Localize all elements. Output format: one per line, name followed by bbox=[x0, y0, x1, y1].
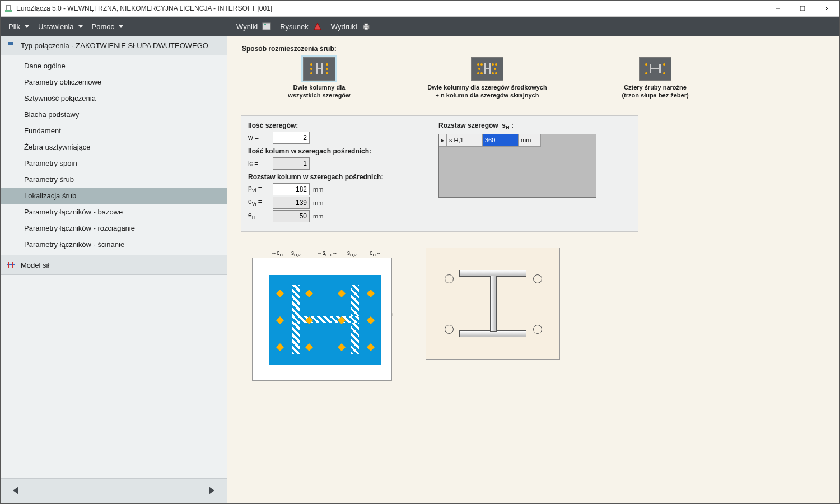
grid-row-label: s H,1 bbox=[447, 134, 483, 147]
spacing-label: Rozstaw kolumn w szeregach pośrednich: bbox=[248, 173, 427, 181]
sidebar-list: Dane ogólne Parametry obliczeniowe Sztyw… bbox=[1, 55, 227, 255]
grid-header: Rozstaw szeregów sH : bbox=[438, 122, 631, 130]
svg-rect-19 bbox=[8, 262, 9, 268]
svg-marker-21 bbox=[13, 487, 18, 494]
sidebar-item-laczniki-bazowe[interactable]: Parametry łączników - bazowe bbox=[1, 204, 227, 220]
dim-sh2-left: sH,2 bbox=[291, 250, 301, 258]
sidebar-footer bbox=[1, 478, 227, 503]
minimize-button[interactable] bbox=[766, 1, 790, 16]
chevron-down-icon bbox=[25, 25, 29, 28]
svg-point-28 bbox=[310, 68, 312, 70]
option-caption-1: Dwie kolumny dla wszystkich szeregów bbox=[288, 84, 350, 100]
svg-marker-22 bbox=[209, 487, 214, 494]
drawing-icon bbox=[313, 22, 322, 31]
sidebar-item-dane-ogolne[interactable]: Dane ogólne bbox=[1, 58, 227, 74]
spacing-grid[interactable]: ▸ s H,1 360 mm bbox=[438, 134, 596, 198]
svg-rect-10 bbox=[264, 26, 269, 26]
option-tile-1 bbox=[303, 57, 335, 81]
content-pane: Sposób rozmieszczenia śrub: Dwie kolumny… bbox=[227, 36, 839, 503]
close-button[interactable] bbox=[815, 1, 839, 16]
svg-rect-34 bbox=[484, 68, 491, 69]
diagram-cross-section bbox=[426, 248, 560, 360]
svg-rect-25 bbox=[316, 68, 323, 69]
sidebar-section-model-sil[interactable]: Model sił bbox=[1, 255, 227, 275]
sidebar-header[interactable]: Typ połączenia - ZAKOTWIENIE SŁUPA DWUTE… bbox=[1, 36, 227, 55]
window-buttons bbox=[766, 1, 839, 16]
svg-point-43 bbox=[492, 72, 494, 74]
menubar: Plik Ustawienia Pomoc Wyniki Rysunek Wyd… bbox=[1, 17, 839, 36]
svg-marker-12 bbox=[314, 23, 321, 30]
svg-point-35 bbox=[477, 63, 479, 66]
maximize-button[interactable] bbox=[790, 1, 815, 16]
svg-point-42 bbox=[480, 72, 483, 74]
dim-sh2-right: sH,2 bbox=[347, 250, 357, 258]
pvi-input[interactable] bbox=[273, 183, 310, 195]
option-caption-2: Dwie kolumny dla szeregów środkowych + n… bbox=[427, 84, 547, 100]
sidebar-item-sruby[interactable]: Parametry śrub bbox=[1, 171, 227, 188]
sidebar-item-laczniki-rozciaganie[interactable]: Parametry łączników - rozciąganie bbox=[1, 220, 227, 236]
toolbar-rysunek[interactable]: Rysunek bbox=[276, 17, 326, 36]
menu-ustawienia[interactable]: Ustawienia bbox=[34, 17, 87, 36]
sidebar-item-fundament[interactable]: Fundament bbox=[1, 123, 227, 139]
unit-mm: mm bbox=[313, 213, 326, 220]
sidebar-item-zebra[interactable]: Żebra usztywniające bbox=[1, 139, 227, 155]
dim-eh-left: ↔eH bbox=[271, 250, 283, 258]
unit-mm: mm bbox=[313, 186, 326, 193]
w-input[interactable] bbox=[273, 132, 310, 144]
sidebar-item-parametry-obliczeniowe[interactable]: Parametry obliczeniowe bbox=[1, 74, 227, 90]
section-title: Sposób rozmieszczenia śrub: bbox=[242, 45, 826, 53]
svg-point-41 bbox=[477, 72, 479, 74]
svg-rect-20 bbox=[12, 262, 13, 268]
chevron-down-icon bbox=[78, 25, 83, 28]
results-icon bbox=[262, 22, 271, 31]
sidebar-section-label: Model sił bbox=[21, 261, 49, 269]
window-title: EuroZłącza 5.0 - WEWNĘTRZNA, NIEKOMERCYJ… bbox=[16, 4, 766, 12]
eh-symbol: eH = bbox=[248, 211, 269, 220]
sidebar-item-spoiny[interactable]: Parametry spoin bbox=[1, 155, 227, 171]
menu-plik[interactable]: Plik bbox=[4, 17, 34, 36]
sidebar-item-blacha[interactable]: Blacha podstawy bbox=[1, 106, 227, 123]
toolbar-wydruki-label: Wydruki bbox=[331, 22, 357, 31]
toolbar-rysunek-label: Rysunek bbox=[280, 22, 309, 31]
layout-options: Dwie kolumny dla wszystkich szeregów Dwi… bbox=[258, 57, 826, 100]
toolbar-wyniki[interactable]: Wyniki bbox=[232, 17, 276, 36]
sidebar-item-sztywnosc[interactable]: Sztywność połączenia bbox=[1, 90, 227, 106]
menu-pomoc[interactable]: Pomoc bbox=[87, 17, 128, 36]
parameters-panel: Ilość szeregów: w = Ilość kolumn w szere… bbox=[241, 115, 638, 232]
svg-point-30 bbox=[310, 72, 312, 74]
option-two-columns-all[interactable]: Dwie kolumny dla wszystkich szeregów bbox=[258, 57, 381, 100]
option-two-plus-n[interactable]: Dwie kolumny dla szeregów środkowych + n… bbox=[426, 57, 549, 100]
svg-rect-0 bbox=[5, 10, 12, 12]
sidebar-header-label: Typ połączenia - ZAKOTWIENIE SŁUPA DWUTE… bbox=[21, 41, 208, 50]
option-tile-2 bbox=[471, 57, 503, 81]
option-four-corner[interactable]: Cztery śruby narożne (trzon słupa bez że… bbox=[594, 57, 717, 100]
unit-mm: mm bbox=[313, 199, 326, 206]
toolbar-wydruki[interactable]: Wydruki bbox=[326, 17, 375, 36]
dim-eh-right: eH↔ bbox=[370, 250, 381, 258]
svg-rect-14 bbox=[365, 24, 368, 26]
evi-input bbox=[273, 197, 310, 209]
grid-row-value[interactable]: 360 bbox=[483, 134, 519, 147]
svg-point-39 bbox=[478, 68, 480, 70]
flag-icon bbox=[6, 41, 15, 50]
sidebar: Typ połączenia - ZAKOTWIENIE SŁUPA DWUTE… bbox=[1, 36, 227, 503]
svg-point-40 bbox=[494, 68, 496, 70]
chevron-down-icon bbox=[119, 25, 123, 28]
svg-point-50 bbox=[645, 72, 647, 74]
svg-rect-2 bbox=[10, 6, 11, 10]
diagrams: ↔eH sH,2 ←sH,1→ sH,2 eH↔ pvi evi ki w bbox=[252, 248, 826, 381]
eh-input bbox=[273, 210, 310, 222]
svg-rect-16 bbox=[8, 42, 8, 49]
titlebar: EuroZłącza 5.0 - WEWNĘTRZNA, NIEKOMERCYJ… bbox=[1, 1, 839, 17]
svg-rect-9 bbox=[264, 24, 266, 25]
svg-point-51 bbox=[663, 72, 665, 74]
sidebar-item-laczniki-scinanie[interactable]: Parametry łączników - ścinanie bbox=[1, 236, 227, 253]
sidebar-item-lokalizacja-srub[interactable]: Lokalizacja śrub bbox=[1, 188, 227, 204]
svg-rect-1 bbox=[6, 6, 7, 10]
svg-point-27 bbox=[326, 63, 328, 66]
app-icon bbox=[4, 4, 13, 13]
evi-symbol: eVi = bbox=[248, 198, 269, 207]
next-button[interactable] bbox=[206, 485, 217, 498]
svg-rect-3 bbox=[6, 5, 11, 6]
prev-button[interactable] bbox=[11, 485, 22, 498]
